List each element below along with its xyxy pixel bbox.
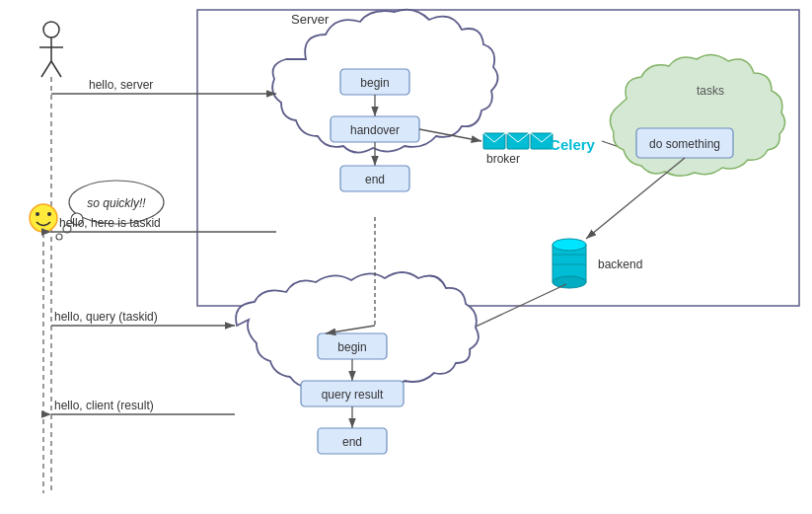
celery-label: Celery <box>550 136 596 153</box>
so-quickly-label: so quickly!! <box>87 196 146 210</box>
query-result-label: query result <box>322 388 384 402</box>
begin1-label: begin <box>360 76 389 90</box>
svg-point-15 <box>36 212 39 216</box>
backend-icon <box>553 239 586 288</box>
begin2-label: begin <box>337 340 366 354</box>
svg-point-20 <box>56 234 62 240</box>
end2-label: end <box>342 435 362 449</box>
diagram-canvas: Server begin handover end broker Celery … <box>0 0 812 514</box>
do-something-label: do something <box>649 137 720 151</box>
smiley-icon <box>30 204 57 232</box>
svg-point-6 <box>553 276 586 288</box>
hello-client-label: hello, client (result) <box>54 399 154 412</box>
svg-point-16 <box>47 212 51 216</box>
tasks-label: tasks <box>697 84 724 98</box>
svg-point-5 <box>553 239 586 251</box>
server-label: Server <box>291 12 330 27</box>
hello-taskid-label: hello, here is taskid <box>59 216 161 230</box>
hello-query-label: hello, query (taskid) <box>54 310 158 324</box>
handover-label: handover <box>350 123 400 137</box>
backend-label: backend <box>598 257 642 271</box>
broker-label: broker <box>486 152 520 166</box>
hello-server-label: hello, server <box>89 78 153 92</box>
svg-point-14 <box>30 204 57 232</box>
end1-label: end <box>365 173 385 186</box>
broker-icon <box>483 133 553 149</box>
